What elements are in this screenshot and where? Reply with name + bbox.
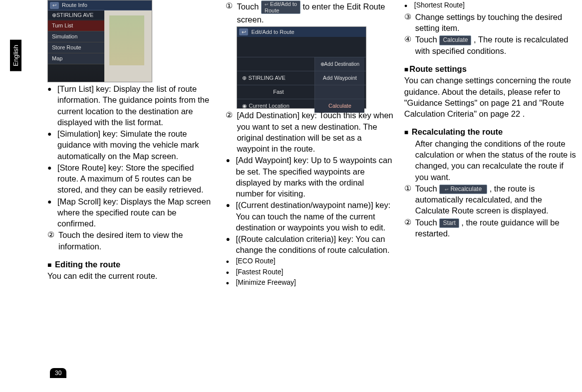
step-number-icon: ④ <box>404 34 415 56</box>
step-4: ④ Touch Calculate , The route is recal­c… <box>404 34 577 56</box>
body-text: [Simulation] key: Simulate the route gui… <box>57 128 215 162</box>
screen2-title: Edit/Add to Route <box>251 28 294 36</box>
heading-text: Recalculating the route <box>409 127 503 136</box>
list-item: ●[Map Scroll] key: Displays the Map scre… <box>47 196 215 229</box>
list-item: ●[Turn List] key: Display the list of ro… <box>47 83 215 128</box>
square-icon: ■ <box>47 261 51 269</box>
body-text: You can edit the current route. <box>47 270 215 281</box>
screen2-row: ⊕ STIRLING AVE Add Waypoint <box>237 71 366 85</box>
screen1-menu-item: Simulation <box>48 31 105 42</box>
body-text: Touch ↩Edit/Add toRoute to enter the Edi… <box>237 0 393 25</box>
bullet-icon: ● <box>47 83 57 128</box>
back-icon: ↩ <box>50 2 59 9</box>
cell: ⊕ STIRLING AVE <box>237 74 314 82</box>
body-text: Touch the desired item to view the infor… <box>58 229 215 252</box>
btn-text: Recalculate <box>450 186 482 193</box>
body-text: Touch ↩Recalculate , the route is automa… <box>415 183 577 216</box>
screen1-map <box>104 10 152 82</box>
column-1: ↩ Route Info ⊕ STIRLING AVE Turn List Si… <box>47 0 215 288</box>
edit-route-screenshot: ↩ Edit/Add to Route ⊕ Add Destination ⊕ … <box>237 26 366 109</box>
add-waypoint-cell: Add Waypoint <box>314 71 364 85</box>
cell: ◉ Current Location <box>237 102 314 110</box>
cell <box>314 85 364 99</box>
recalculate-button: ↩Recalculate <box>439 185 487 195</box>
body-text: Touch Start , the route guidance will be… <box>415 217 577 239</box>
bullet-icon: ● <box>226 278 236 288</box>
step-number-icon: ② <box>404 217 415 239</box>
heading-text: Route settings <box>409 64 467 73</box>
text-frag: Touch <box>415 184 440 193</box>
text-frag: Touch <box>415 35 440 44</box>
step-2: ②[Add Destination] key: Touch this key w… <box>226 110 393 154</box>
text: Add Destination <box>324 61 360 68</box>
sub-item: ●[Minimize Freeway] <box>226 278 393 288</box>
step-number-icon: ② <box>47 229 58 252</box>
bullet-icon: ● <box>226 155 236 199</box>
heading-text: Editing the route <box>52 260 120 269</box>
step-2: ② Touch Start , the route guidance will … <box>404 217 577 239</box>
body-text: [(Route calculation criteria)] key: You … <box>236 233 393 256</box>
editing-route-heading: ■ Editing the route <box>47 259 215 270</box>
column-2: ① Touch ↩Edit/Add toRoute to enter the E… <box>226 0 393 288</box>
screen1-title: Route Info <box>62 1 87 9</box>
add-destination-cell: ⊕ Add Destination <box>314 57 364 71</box>
body-text: [Map Scroll] key: Displays the Map scree… <box>57 196 215 229</box>
body-text: [Store Route] key: Store the speci­fied … <box>57 162 215 196</box>
text: Current Location <box>249 103 289 109</box>
screen2-row: ◉ Current Location Calculate <box>237 99 366 113</box>
page-columns: ↩ Route Info ⊕ STIRLING AVE Turn List Si… <box>47 0 577 288</box>
sub-item: ●[Shortest Route] <box>404 0 577 11</box>
back-icon: ↩ <box>239 28 248 35</box>
body-text: [Fastest Route] <box>236 267 283 278</box>
body-text: [Add Destination] key: Touch this key wh… <box>237 110 393 154</box>
text-frag: Touch <box>237 2 261 11</box>
calculate-button: Calculate <box>439 35 471 45</box>
bullet-icon: ● <box>47 196 57 229</box>
body-text: Change settings by touching the desired … <box>415 11 577 34</box>
text-frag: Touch <box>415 218 440 227</box>
body-text: Touch Calculate , The route is recal­cul… <box>415 34 577 56</box>
btn-line2: Route <box>265 7 297 13</box>
edit-add-route-button: ↩Edit/Add toRoute <box>261 0 300 14</box>
body-text: [(Current destination/waypoint name)] ke… <box>236 199 393 233</box>
screen1-menu-item: Map <box>48 53 105 64</box>
language-tab: English <box>10 40 21 71</box>
body-text: [ECO Route] <box>236 256 275 267</box>
start-button: Start <box>439 218 459 228</box>
step-number-icon: ① <box>404 183 415 216</box>
return-icon: ↩ <box>265 2 269 7</box>
step-number-icon: ③ <box>404 11 415 34</box>
step-2: ② Touch the desired item to view the inf… <box>47 229 215 252</box>
recalculating-route-heading: ■ Recalculating the route <box>404 126 577 137</box>
list-item: ●[Add Waypoint] key: Up to 5 way­points … <box>226 155 393 199</box>
bullet-icon: ● <box>226 233 236 256</box>
screen1-menu: Turn List Simulation Store Route Map <box>48 20 105 64</box>
list-item: ●[(Route calculation criteria)] key: You… <box>226 233 393 256</box>
btn-line1: Edit/Add to <box>270 1 297 7</box>
screen1-titlebar: ↩ Route Info <box>48 0 152 10</box>
screen2-row: Fast <box>237 85 366 99</box>
sub-item: ●[Fastest Route] <box>226 267 393 278</box>
square-icon: ■ <box>404 65 408 73</box>
body-text: You can change settings concerning the r… <box>404 75 577 119</box>
list-item: ●[Simulation] key: Simulate the route gu… <box>47 128 215 162</box>
body-text: After changing the conditions of the rou… <box>404 138 577 183</box>
screen1-menu-item: Store Route <box>48 42 105 53</box>
screen2-row: ⊕ Add Destination <box>237 57 366 71</box>
screen1-sublabel: ⊕ STIRLING AVE <box>48 10 105 19</box>
step-3: ③Change settings by touching the desired… <box>404 11 577 34</box>
bullet-icon: ● <box>226 199 236 233</box>
list-item: ●[(Current destination/waypoint name)] k… <box>226 199 393 233</box>
square-icon: ■ <box>404 128 408 136</box>
sub-item: ●[ECO Route] <box>226 256 393 267</box>
screen1-street: STIRLING AVE <box>56 11 93 19</box>
bullet-icon: ● <box>404 0 414 11</box>
body-text: [Minimize Freeway] <box>236 278 296 288</box>
return-icon: ↩ <box>445 187 449 192</box>
step-number-icon: ② <box>226 110 237 154</box>
list-item: ●[Store Route] key: Store the speci­fied… <box>47 162 215 196</box>
cell: Fast <box>237 88 314 96</box>
text: STIRLING AVE <box>248 75 285 81</box>
body-text: [Shortest Route] <box>414 0 465 11</box>
step-1: ① Touch ↩Recalculate , the route is auto… <box>404 183 577 216</box>
